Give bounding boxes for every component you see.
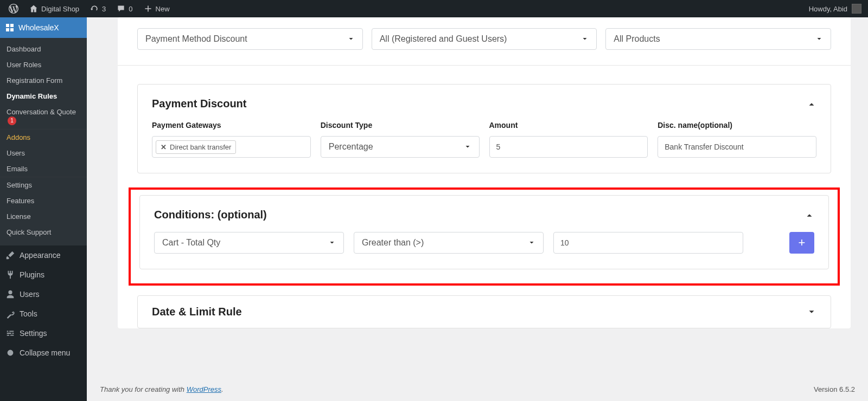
sidebar-item-quick-support[interactable]: Quick Support [0, 224, 87, 240]
menu-label: Collapse menu [20, 348, 70, 357]
chip-label: Direct bank transfer [170, 143, 231, 151]
sidebar-item-settings[interactable]: Settings [0, 177, 87, 193]
howdy-text: Howdy, Abid [809, 5, 847, 13]
svg-rect-2 [6, 28, 9, 31]
updates-count: 3 [102, 5, 106, 13]
user-scope-value: All (Registered and Guest Users) [380, 34, 507, 44]
add-condition-button[interactable]: + [789, 232, 814, 254]
wrench-icon [5, 309, 15, 319]
footer-thanks-post: . [221, 385, 224, 393]
rule-type-select[interactable]: Payment Method Discount [137, 28, 363, 50]
wp-main-menu: AppearancePluginsUsersToolsSettingsColla… [0, 245, 87, 363]
menu-item-appearance[interactable]: Appearance [0, 245, 87, 265]
sidebar-item-dashboard[interactable]: Dashboard [0, 41, 87, 57]
svg-rect-0 [6, 24, 9, 27]
condition-value-input-wrap[interactable] [553, 232, 743, 254]
adminbar-left: Digital Shop 3 0 New [4, 0, 174, 17]
chevron-down-icon [347, 35, 355, 43]
user-icon [5, 289, 15, 299]
chevron-down-icon [581, 35, 589, 43]
home-icon [29, 4, 38, 13]
comments-link[interactable]: 0 [112, 0, 137, 17]
payment-gateways-input[interactable]: ✕ Direct bank transfer [152, 136, 311, 158]
menu-label: Settings [20, 329, 47, 338]
product-scope-select[interactable]: All Products [605, 28, 831, 50]
site-link[interactable]: Digital Shop [25, 0, 84, 17]
sidebar-item-emails[interactable]: Emails [0, 161, 87, 177]
close-icon[interactable]: ✕ [161, 143, 167, 151]
disc-name-input-wrap[interactable] [658, 136, 816, 158]
menu-item-settings[interactable]: Settings [0, 324, 87, 343]
content-area: Payment Method Discount All (Registered … [87, 17, 868, 401]
plug-icon [5, 270, 15, 280]
new-content[interactable]: New [139, 0, 174, 17]
field-label: Disc. name(optional) [658, 121, 816, 130]
collapse-toggle[interactable] [805, 210, 814, 220]
date-limit-panel: Date & Limit Rule [137, 295, 831, 328]
gateway-chip[interactable]: ✕ Direct bank transfer [156, 140, 236, 154]
sidebar-item-features[interactable]: Features [0, 193, 87, 209]
brush-icon [5, 250, 15, 260]
menu-item-users[interactable]: Users [0, 284, 87, 304]
updates-link[interactable]: 3 [86, 0, 110, 17]
wordpress-link[interactable]: WordPress [187, 385, 221, 393]
comments-count: 0 [129, 5, 132, 13]
conditions-panel: Conditions: (optional) Cart - Total Qty … [139, 195, 829, 269]
comment-icon [117, 4, 125, 13]
user-scope-select[interactable]: All (Registered and Guest Users) [372, 28, 597, 50]
plugin-name: WholesaleX [18, 23, 59, 32]
disc-name-input[interactable] [665, 143, 809, 151]
rule-type-field: Payment Method Discount [137, 28, 363, 50]
product-scope-field: All Products [605, 28, 831, 50]
condition-field-select[interactable]: Cart - Total Qty [154, 232, 344, 254]
condition-operator-select[interactable]: Greater than (>) [354, 232, 544, 254]
site-name: Digital Shop [41, 5, 79, 13]
expand-toggle[interactable] [807, 307, 816, 317]
wp-version: Version 6.5.2 [814, 385, 855, 393]
disc-name-field: Disc. name(optional) [658, 121, 816, 158]
sidebar-item-license[interactable]: License [0, 209, 87, 224]
rule-card: Payment Method Discount All (Registered … [118, 17, 851, 328]
svg-rect-1 [10, 24, 14, 27]
sidebar-item-addons[interactable]: Addons [0, 130, 87, 145]
panel-title-text: Payment Discount [152, 98, 246, 110]
plugin-menu-header[interactable]: WholesaleX [0, 17, 87, 38]
menu-item-collapse-menu[interactable]: Collapse menu [0, 343, 87, 363]
refresh-icon [90, 4, 99, 13]
notification-badge: 1 [8, 117, 16, 125]
discount-type-field: Discount Type Percentage [321, 121, 480, 158]
avatar [852, 4, 861, 14]
collapse-toggle[interactable] [807, 99, 816, 109]
field-label: Payment Gateways [152, 121, 311, 130]
menu-label: Appearance [20, 251, 61, 260]
adminbar-account[interactable]: Howdy, Abid [809, 4, 864, 14]
wp-logo[interactable] [4, 0, 23, 17]
payment-discount-panel: Payment Discount Payment Gateways ✕ Dire… [137, 84, 831, 173]
admin-footer: Thank you for creating with WordPress. V… [87, 378, 868, 401]
condition-value-input[interactable] [560, 238, 736, 247]
collapse-icon [5, 348, 15, 358]
panel-title-text: Date & Limit Rule [152, 306, 242, 318]
chevron-down-icon [328, 239, 336, 247]
sliders-icon [5, 328, 15, 338]
amount-input[interactable] [496, 143, 641, 151]
amount-input-wrap[interactable] [489, 136, 648, 158]
menu-label: Users [20, 290, 40, 299]
admin-sidebar: WholesaleX DashboardUser RolesRegistrati… [0, 17, 87, 401]
sidebar-item-dynamic-rules[interactable]: Dynamic Rules [0, 88, 87, 104]
payment-gateways-field: Payment Gateways ✕ Direct bank transfer [152, 121, 311, 158]
sidebar-item-conversation-quote[interactable]: Conversation & Quote1 [0, 104, 87, 129]
menu-item-plugins[interactable]: Plugins [0, 265, 87, 284]
discount-type-select[interactable]: Percentage [321, 136, 480, 158]
wordpress-icon [9, 4, 18, 14]
panel-title-text: Conditions: (optional) [154, 209, 267, 221]
sidebar-item-user-roles[interactable]: User Roles [0, 57, 87, 73]
conditions-highlight: Conditions: (optional) Cart - Total Qty … [129, 187, 840, 286]
menu-item-tools[interactable]: Tools [0, 304, 87, 324]
sidebar-item-users[interactable]: Users [0, 145, 87, 161]
condition-operator-value: Greater than (>) [362, 238, 424, 248]
grid-icon [5, 23, 14, 32]
menu-label: Plugins [20, 270, 44, 279]
sidebar-item-registration-form[interactable]: Registration Form [0, 73, 87, 88]
svg-rect-3 [10, 28, 14, 31]
